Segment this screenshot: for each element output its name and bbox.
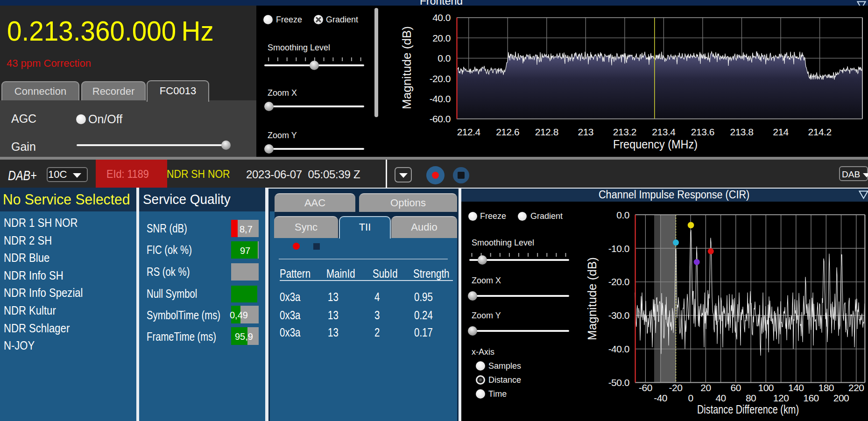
svg-text:-40: -40	[654, 393, 667, 403]
svg-text:-10.0: -10.0	[608, 243, 629, 254]
svg-text:214: 214	[773, 126, 789, 137]
svg-text:214.2: 214.2	[808, 126, 832, 137]
svg-text:213: 213	[578, 126, 594, 137]
svg-text:180: 180	[819, 382, 834, 393]
svg-text:120: 120	[773, 393, 789, 403]
svg-text:0.0: 0.0	[616, 210, 629, 220]
svg-text:212.4: 212.4	[457, 126, 481, 137]
svg-text:160: 160	[803, 393, 819, 403]
svg-text:100: 100	[758, 382, 774, 393]
svg-text:Magnitude (dB): Magnitude (dB)	[586, 257, 599, 340]
svg-text:-20: -20	[669, 382, 682, 393]
svg-text:-50.0: -50.0	[608, 377, 629, 388]
svg-text:-30.0: -30.0	[608, 310, 629, 321]
svg-text:-20.0: -20.0	[430, 73, 451, 84]
svg-text:0: 0	[688, 393, 693, 403]
svg-text:60: 60	[731, 382, 741, 393]
svg-text:-60: -60	[639, 382, 652, 393]
svg-text:40: 40	[715, 393, 726, 403]
svg-text:Frequency (MHz): Frequency (MHz)	[613, 138, 698, 151]
svg-text:212.6: 212.6	[496, 126, 519, 137]
svg-text:213.6: 213.6	[691, 126, 714, 137]
svg-text:Distance Difference (km): Distance Difference (km)	[697, 403, 799, 416]
svg-text:40.0: 40.0	[432, 12, 451, 23]
svg-text:220: 220	[848, 382, 864, 393]
svg-text:-40.0: -40.0	[430, 93, 451, 104]
svg-text:-60.0: -60.0	[430, 113, 451, 124]
svg-text:Magnitude (dB): Magnitude (dB)	[400, 26, 413, 109]
svg-text:0.0: 0.0	[438, 53, 451, 63]
svg-text:213.2: 213.2	[613, 126, 636, 137]
svg-text:213.4: 213.4	[652, 126, 676, 137]
svg-text:80: 80	[746, 393, 756, 403]
svg-text:20: 20	[700, 382, 711, 393]
svg-text:-20.0: -20.0	[608, 276, 629, 287]
svg-text:20.0: 20.0	[432, 33, 451, 43]
svg-text:212.8: 212.8	[535, 126, 558, 137]
svg-text:213.8: 213.8	[730, 126, 753, 137]
svg-text:-40.0: -40.0	[608, 344, 629, 354]
svg-text:200: 200	[833, 393, 849, 403]
svg-text:140: 140	[788, 382, 804, 393]
